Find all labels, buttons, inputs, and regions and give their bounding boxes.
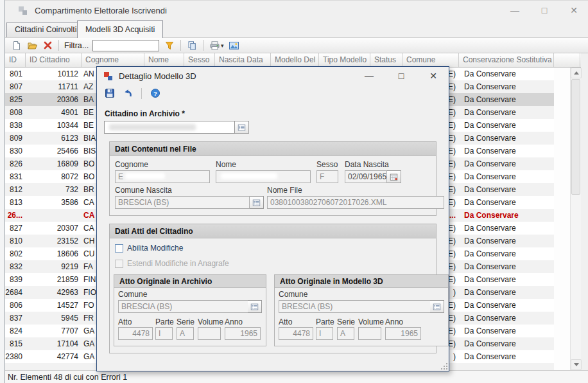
print-dropdown-caret[interactable]: ▾ — [221, 42, 224, 49]
cell-conservazione: Da Conservare — [459, 157, 554, 170]
subgroup-header: Atto Originale in Archivio — [114, 275, 266, 288]
calendar-button[interactable] — [387, 170, 401, 183]
cell-conservazione: Da Conservare — [459, 145, 554, 157]
tab-modelli-3d-acquisiti[interactable]: Modelli 3D Acquisiti — [77, 20, 163, 38]
cell-id: 824 — [5, 325, 26, 337]
scrollbar-thumb[interactable] — [571, 79, 580, 195]
tab-cittadini-coinvolti[interactable]: Cittadini Coinvolti — [6, 22, 85, 38]
serie-label: Serie — [337, 317, 355, 326]
cell-id: 838 — [5, 119, 26, 132]
volume-field — [358, 327, 381, 340]
data-nascita-field: 02/09/1965 — [345, 170, 387, 183]
cell-id-cittadino — [26, 209, 82, 222]
cell-id-cittadino — [26, 363, 82, 370]
cell-conservazione: Da Conservare — [459, 170, 554, 183]
scroll-down-button[interactable] — [571, 359, 582, 370]
comune-label: Comune — [118, 290, 147, 299]
checkbox-abilita-modifiche[interactable] — [115, 244, 123, 253]
dialog-body: Cittadino in Archivio * Dati Contenuti n… — [97, 102, 449, 353]
printer-icon — [209, 40, 220, 51]
image-icon — [229, 40, 239, 51]
minimize-button[interactable]: — — [508, 5, 521, 15]
cell-id-cittadino: 5945 — [26, 312, 82, 325]
background-window-edge — [0, 0, 4, 383]
dialog-maximize-button[interactable]: □ — [395, 71, 408, 81]
new-document-button[interactable] — [9, 39, 24, 52]
group-atto-originale-in-modello-3d: Atto Originale in Modello 3D Comune BRES… — [274, 274, 449, 346]
cell-conservazione: Da Conservare — [459, 209, 554, 222]
maximize-button[interactable]: □ — [538, 5, 551, 15]
estendi-modifiche-label: Estendi Modifiche in Anagrafe — [127, 259, 229, 268]
volume-label: Volume — [198, 317, 223, 326]
redacted-blur — [109, 124, 196, 130]
dialog-toolbar: ? — [97, 85, 449, 102]
new-document-icon — [12, 40, 22, 51]
filter-label: Filtra... — [64, 41, 89, 50]
delete-button[interactable] — [40, 39, 55, 52]
open-folder-button[interactable] — [24, 39, 40, 52]
column-header[interactable]: Cognome — [82, 53, 144, 67]
cell-id-cittadino: 732 — [26, 183, 82, 196]
atto-field: 4478 — [279, 327, 313, 340]
copy-button[interactable] — [184, 39, 200, 52]
parte-label: Parte — [316, 317, 334, 326]
toolbar-separator — [180, 40, 181, 51]
cell-id: 830 — [5, 145, 26, 157]
group-header: Dati Contenuti nel File — [110, 142, 436, 156]
undo-button[interactable] — [120, 87, 135, 100]
cittadino-input[interactable] — [104, 121, 235, 134]
cell-id-cittadino: 9219 — [26, 260, 82, 273]
comune-browse-button[interactable] — [430, 300, 444, 313]
save-button[interactable] — [102, 87, 117, 100]
column-header[interactable]: Nome — [144, 53, 184, 67]
comune-label: Comune — [279, 290, 307, 299]
dialog-close-button[interactable]: ✕ — [427, 71, 440, 81]
print-button[interactable]: ▾ — [207, 39, 226, 52]
dialog-minimize-button[interactable]: — — [363, 71, 376, 81]
redacted-blur — [125, 173, 165, 179]
dialog-resize-grip[interactable] — [439, 361, 447, 370]
cell-id-cittadino: 21859 — [26, 273, 82, 286]
serie-label: Serie — [177, 317, 195, 326]
comune-nascita-label: Comune Nascita — [115, 186, 172, 195]
vertical-scrollbar[interactable] — [570, 67, 581, 370]
cell-id: 2684 — [5, 286, 26, 299]
scroll-up-button[interactable] — [571, 67, 582, 78]
column-header-filler — [554, 53, 580, 67]
cell-conservazione: Da Conservare — [459, 106, 554, 119]
filter-funnel-button[interactable] — [162, 39, 177, 52]
group-header: Dati Atti del Cittadino — [110, 224, 436, 238]
export-image-button[interactable] — [226, 39, 241, 52]
cell-conservazione: Da Conservare — [459, 119, 554, 132]
column-header[interactable]: Nascita Data — [215, 53, 271, 67]
column-header[interactable]: Modello Del — [271, 53, 319, 67]
cell-conservazione: Da Conservare — [459, 222, 554, 235]
comune-browse-button[interactable] — [248, 300, 262, 313]
column-header[interactable]: ID — [5, 53, 26, 67]
cittadino-browse-button[interactable] — [235, 121, 249, 134]
cell-id-cittadino: 10112 — [26, 67, 82, 80]
column-header[interactable]: Tipo Modello — [319, 53, 370, 67]
dialog-title: Dettaglio Modello 3D — [119, 71, 196, 81]
column-header[interactable]: Status — [370, 53, 402, 67]
help-icon: ? — [150, 88, 160, 98]
column-header[interactable]: Conservazione Sostitutiva — [459, 53, 554, 67]
anno-label: Anno — [225, 317, 243, 326]
estendi-modifiche-row: Estendi Modifiche in Anagrafe — [115, 259, 229, 268]
anno-field: 1965 — [225, 327, 261, 340]
cell-id-cittadino: 42774 — [26, 350, 82, 363]
filter-input[interactable] — [92, 40, 159, 51]
comune-nascita-browse-button[interactable] — [250, 196, 264, 209]
column-header[interactable]: Sesso — [184, 53, 215, 67]
parte-label: Parte — [155, 317, 174, 326]
column-header[interactable]: ID Cittadino — [26, 53, 82, 67]
comune-nascita-field: BRESCIA (BS) — [115, 196, 250, 209]
close-button[interactable]: ✕ — [567, 5, 580, 15]
atto-groups: Atto Originale in Archivio Comune BRESCI… — [114, 274, 449, 346]
column-header[interactable]: Comune — [402, 53, 459, 67]
list-browse-icon — [252, 199, 261, 207]
undo-arrow-icon — [123, 88, 133, 98]
help-button[interactable]: ? — [148, 87, 163, 100]
cell-id-cittadino: 25466 — [26, 145, 82, 157]
sesso-label: Sesso — [316, 160, 338, 169]
